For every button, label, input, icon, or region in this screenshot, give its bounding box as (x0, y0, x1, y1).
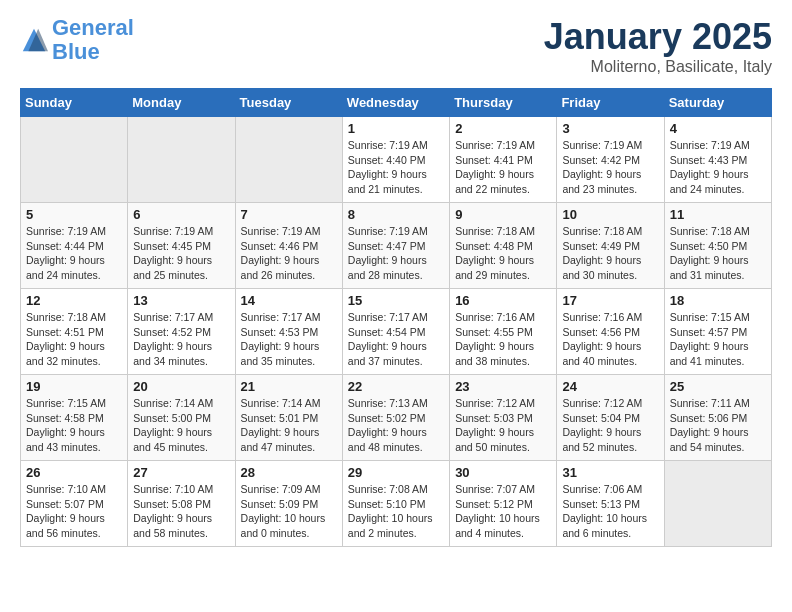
empty-cell (128, 117, 235, 203)
day-number: 18 (670, 293, 766, 308)
col-header-thursday: Thursday (450, 89, 557, 117)
day-number: 23 (455, 379, 551, 394)
day-info: Sunrise: 7:16 AM Sunset: 4:56 PM Dayligh… (562, 310, 658, 369)
logo-general: General (52, 15, 134, 40)
day-info: Sunrise: 7:18 AM Sunset: 4:51 PM Dayligh… (26, 310, 122, 369)
day-number: 3 (562, 121, 658, 136)
day-number: 28 (241, 465, 337, 480)
day-number: 8 (348, 207, 444, 222)
day-info: Sunrise: 7:19 AM Sunset: 4:45 PM Dayligh… (133, 224, 229, 283)
week-row-4: 19Sunrise: 7:15 AM Sunset: 4:58 PM Dayli… (21, 375, 772, 461)
day-number: 17 (562, 293, 658, 308)
day-cell-31: 31Sunrise: 7:06 AM Sunset: 5:13 PM Dayli… (557, 461, 664, 547)
empty-cell (664, 461, 771, 547)
day-info: Sunrise: 7:18 AM Sunset: 4:48 PM Dayligh… (455, 224, 551, 283)
day-info: Sunrise: 7:08 AM Sunset: 5:10 PM Dayligh… (348, 482, 444, 541)
day-cell-30: 30Sunrise: 7:07 AM Sunset: 5:12 PM Dayli… (450, 461, 557, 547)
day-number: 16 (455, 293, 551, 308)
day-number: 4 (670, 121, 766, 136)
day-cell-9: 9Sunrise: 7:18 AM Sunset: 4:48 PM Daylig… (450, 203, 557, 289)
day-info: Sunrise: 7:15 AM Sunset: 4:58 PM Dayligh… (26, 396, 122, 455)
day-info: Sunrise: 7:19 AM Sunset: 4:41 PM Dayligh… (455, 138, 551, 197)
day-cell-2: 2Sunrise: 7:19 AM Sunset: 4:41 PM Daylig… (450, 117, 557, 203)
empty-cell (21, 117, 128, 203)
day-cell-27: 27Sunrise: 7:10 AM Sunset: 5:08 PM Dayli… (128, 461, 235, 547)
day-info: Sunrise: 7:14 AM Sunset: 5:00 PM Dayligh… (133, 396, 229, 455)
empty-cell (235, 117, 342, 203)
day-number: 31 (562, 465, 658, 480)
day-cell-3: 3Sunrise: 7:19 AM Sunset: 4:42 PM Daylig… (557, 117, 664, 203)
week-row-1: 1Sunrise: 7:19 AM Sunset: 4:40 PM Daylig… (21, 117, 772, 203)
day-number: 22 (348, 379, 444, 394)
day-info: Sunrise: 7:19 AM Sunset: 4:44 PM Dayligh… (26, 224, 122, 283)
day-number: 9 (455, 207, 551, 222)
logo-icon (20, 26, 48, 54)
day-info: Sunrise: 7:15 AM Sunset: 4:57 PM Dayligh… (670, 310, 766, 369)
week-row-5: 26Sunrise: 7:10 AM Sunset: 5:07 PM Dayli… (21, 461, 772, 547)
day-cell-6: 6Sunrise: 7:19 AM Sunset: 4:45 PM Daylig… (128, 203, 235, 289)
page: General Blue January 2025 Moliterno, Bas… (0, 0, 792, 563)
day-cell-16: 16Sunrise: 7:16 AM Sunset: 4:55 PM Dayli… (450, 289, 557, 375)
day-cell-29: 29Sunrise: 7:08 AM Sunset: 5:10 PM Dayli… (342, 461, 449, 547)
day-cell-13: 13Sunrise: 7:17 AM Sunset: 4:52 PM Dayli… (128, 289, 235, 375)
day-info: Sunrise: 7:12 AM Sunset: 5:04 PM Dayligh… (562, 396, 658, 455)
day-cell-8: 8Sunrise: 7:19 AM Sunset: 4:47 PM Daylig… (342, 203, 449, 289)
logo-text: General Blue (52, 16, 134, 64)
day-cell-11: 11Sunrise: 7:18 AM Sunset: 4:50 PM Dayli… (664, 203, 771, 289)
day-info: Sunrise: 7:12 AM Sunset: 5:03 PM Dayligh… (455, 396, 551, 455)
day-cell-4: 4Sunrise: 7:19 AM Sunset: 4:43 PM Daylig… (664, 117, 771, 203)
day-info: Sunrise: 7:10 AM Sunset: 5:07 PM Dayligh… (26, 482, 122, 541)
day-number: 30 (455, 465, 551, 480)
day-cell-28: 28Sunrise: 7:09 AM Sunset: 5:09 PM Dayli… (235, 461, 342, 547)
day-number: 2 (455, 121, 551, 136)
day-number: 20 (133, 379, 229, 394)
day-cell-24: 24Sunrise: 7:12 AM Sunset: 5:04 PM Dayli… (557, 375, 664, 461)
day-cell-5: 5Sunrise: 7:19 AM Sunset: 4:44 PM Daylig… (21, 203, 128, 289)
day-cell-22: 22Sunrise: 7:13 AM Sunset: 5:02 PM Dayli… (342, 375, 449, 461)
day-info: Sunrise: 7:17 AM Sunset: 4:52 PM Dayligh… (133, 310, 229, 369)
day-cell-7: 7Sunrise: 7:19 AM Sunset: 4:46 PM Daylig… (235, 203, 342, 289)
header: General Blue January 2025 Moliterno, Bas… (20, 16, 772, 76)
col-header-saturday: Saturday (664, 89, 771, 117)
day-cell-14: 14Sunrise: 7:17 AM Sunset: 4:53 PM Dayli… (235, 289, 342, 375)
day-info: Sunrise: 7:19 AM Sunset: 4:43 PM Dayligh… (670, 138, 766, 197)
week-row-2: 5Sunrise: 7:19 AM Sunset: 4:44 PM Daylig… (21, 203, 772, 289)
col-header-tuesday: Tuesday (235, 89, 342, 117)
month-title: January 2025 (544, 16, 772, 58)
day-number: 5 (26, 207, 122, 222)
day-cell-26: 26Sunrise: 7:10 AM Sunset: 5:07 PM Dayli… (21, 461, 128, 547)
day-number: 15 (348, 293, 444, 308)
day-number: 24 (562, 379, 658, 394)
logo-blue: Blue (52, 39, 100, 64)
day-number: 26 (26, 465, 122, 480)
day-number: 7 (241, 207, 337, 222)
day-number: 11 (670, 207, 766, 222)
col-header-sunday: Sunday (21, 89, 128, 117)
day-info: Sunrise: 7:14 AM Sunset: 5:01 PM Dayligh… (241, 396, 337, 455)
location: Moliterno, Basilicate, Italy (544, 58, 772, 76)
day-number: 27 (133, 465, 229, 480)
week-row-3: 12Sunrise: 7:18 AM Sunset: 4:51 PM Dayli… (21, 289, 772, 375)
day-cell-18: 18Sunrise: 7:15 AM Sunset: 4:57 PM Dayli… (664, 289, 771, 375)
day-info: Sunrise: 7:13 AM Sunset: 5:02 PM Dayligh… (348, 396, 444, 455)
col-header-friday: Friday (557, 89, 664, 117)
day-number: 21 (241, 379, 337, 394)
day-number: 14 (241, 293, 337, 308)
calendar-table: SundayMondayTuesdayWednesdayThursdayFrid… (20, 88, 772, 547)
day-cell-10: 10Sunrise: 7:18 AM Sunset: 4:49 PM Dayli… (557, 203, 664, 289)
day-info: Sunrise: 7:19 AM Sunset: 4:46 PM Dayligh… (241, 224, 337, 283)
logo: General Blue (20, 16, 134, 64)
day-info: Sunrise: 7:18 AM Sunset: 4:50 PM Dayligh… (670, 224, 766, 283)
day-info: Sunrise: 7:19 AM Sunset: 4:47 PM Dayligh… (348, 224, 444, 283)
day-info: Sunrise: 7:19 AM Sunset: 4:40 PM Dayligh… (348, 138, 444, 197)
day-cell-17: 17Sunrise: 7:16 AM Sunset: 4:56 PM Dayli… (557, 289, 664, 375)
day-info: Sunrise: 7:10 AM Sunset: 5:08 PM Dayligh… (133, 482, 229, 541)
day-number: 19 (26, 379, 122, 394)
day-info: Sunrise: 7:09 AM Sunset: 5:09 PM Dayligh… (241, 482, 337, 541)
day-number: 25 (670, 379, 766, 394)
header-row: SundayMondayTuesdayWednesdayThursdayFrid… (21, 89, 772, 117)
day-number: 12 (26, 293, 122, 308)
day-cell-1: 1Sunrise: 7:19 AM Sunset: 4:40 PM Daylig… (342, 117, 449, 203)
day-info: Sunrise: 7:11 AM Sunset: 5:06 PM Dayligh… (670, 396, 766, 455)
day-number: 29 (348, 465, 444, 480)
